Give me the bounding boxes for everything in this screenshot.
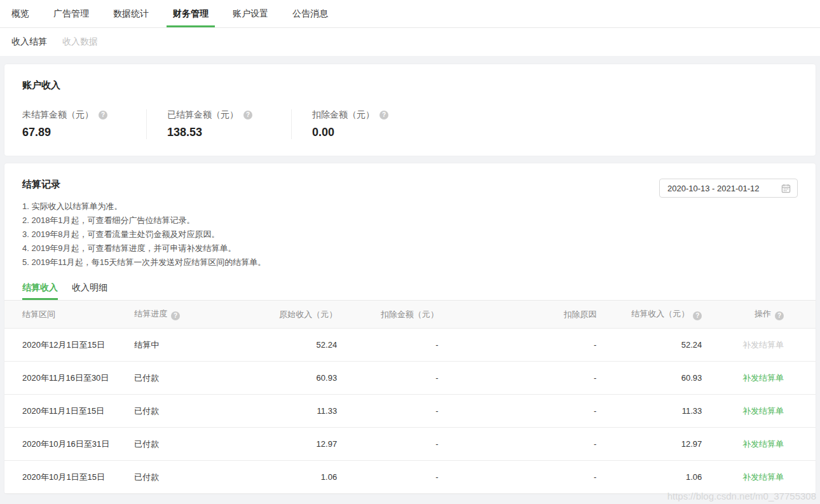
col-header-original-income: 原始收入（元）: [231, 301, 337, 329]
tab-data-statistics[interactable]: 数据统计: [107, 0, 155, 27]
cell-deduction: -: [337, 395, 439, 428]
stat-divider: [146, 109, 147, 139]
col-header-progress: 结算进度?: [134, 301, 231, 329]
cell-settlement-income: 52.24: [596, 329, 702, 362]
note-line: 4. 2019年9月起，可查看结算进度，并可申请补发结算单。: [22, 242, 798, 255]
cell-deduction: -: [337, 428, 439, 461]
help-icon[interactable]: ?: [243, 111, 252, 119]
settlement-tabs: 结算收入 收入明细: [4, 278, 816, 300]
cell-settlement-income: 12.97: [596, 428, 702, 461]
stat-settled: 已结算金额（元） ? 138.53: [167, 109, 271, 139]
table-row: 2020年12月1日至15日 结算中 52.24 - - 52.24 补发结算单: [4, 329, 816, 362]
cell-period: 2020年12月1日至15日: [4, 329, 134, 362]
help-icon[interactable]: ?: [379, 111, 388, 119]
reissue-statement-link[interactable]: 补发结算单: [742, 472, 784, 482]
cell-original-income: 12.97: [231, 428, 337, 461]
cell-deduction-reason: -: [439, 362, 597, 395]
subnav-income-settlement[interactable]: 收入结算: [11, 36, 47, 48]
stat-unsettled: 未结算金额（元） ? 67.89: [22, 109, 126, 139]
cell-period: 2020年11月1日至15日: [4, 395, 134, 428]
col-header-settlement-income: 结算收入（元）?: [596, 301, 702, 329]
tab-account-settings[interactable]: 账户设置: [226, 0, 275, 27]
tab-settlement-income[interactable]: 结算收入: [22, 278, 58, 300]
cell-original-income: 11.33: [231, 395, 337, 428]
cell-progress: 已付款: [134, 428, 231, 461]
account-income-card: 账户收入 未结算金额（元） ? 67.89 已结算金额（元） ? 138.53 …: [4, 64, 816, 156]
top-nav: 概览 广告管理 数据统计 财务管理 账户设置 公告消息: [0, 0, 820, 28]
cell-settlement-income: 11.33: [596, 395, 702, 428]
cell-progress: 结算中: [134, 329, 231, 362]
cell-deduction: -: [337, 461, 439, 494]
table-row: 2020年11月1日至15日 已付款 11.33 - - 11.33 补发结算单: [4, 395, 816, 428]
stat-unsettled-label: 未结算金额（元）: [22, 109, 93, 121]
cell-progress: 已付款: [134, 461, 231, 494]
cell-deduction-reason: -: [439, 428, 597, 461]
cell-deduction-reason: -: [439, 329, 597, 362]
date-range-value: 2020-10-13 - 2021-01-12: [667, 184, 781, 193]
account-income-title: 账户收入: [22, 79, 798, 92]
cell-period: 2020年10月1日至15日: [4, 461, 134, 494]
note-line: 1. 实际收入以结算单为准。: [22, 200, 798, 214]
cell-progress: 已付款: [134, 362, 231, 395]
reissue-statement-link: 补发结算单: [742, 340, 784, 350]
help-icon[interactable]: ?: [693, 311, 702, 320]
cell-original-income: 52.24: [231, 329, 337, 362]
note-line: 3. 2019年8月起，可查看流量主处罚金额及对应原因。: [22, 228, 798, 242]
stat-deducted-label: 扣除金额（元）: [312, 109, 374, 121]
stat-settled-label: 已结算金额（元）: [167, 109, 238, 121]
table-row: 2020年11月16日至30日 已付款 60.93 - - 60.93 补发结算…: [4, 362, 816, 395]
cell-deduction: -: [337, 362, 439, 395]
income-stats: 未结算金额（元） ? 67.89 已结算金额（元） ? 138.53 扣除金额（…: [22, 109, 798, 139]
tab-finance-management[interactable]: 财务管理: [167, 0, 215, 27]
settlement-notes: 1. 实际收入以结算单为准。 2. 2018年1月起，可查看细分广告位结算记录。…: [22, 200, 798, 269]
table-row: 2020年10月1日至15日 已付款 1.06 - - 1.06 补发结算单: [4, 461, 816, 494]
cell-deduction-reason: -: [439, 395, 597, 428]
cell-period: 2020年11月16日至30日: [4, 362, 134, 395]
help-icon[interactable]: ?: [171, 311, 180, 320]
col-header-period: 结算区间: [4, 301, 134, 329]
cell-period: 2020年10月16日至31日: [4, 428, 134, 461]
reissue-statement-link[interactable]: 补发结算单: [742, 439, 784, 449]
help-icon[interactable]: ?: [775, 311, 784, 320]
tab-income-detail[interactable]: 收入明细: [72, 278, 107, 300]
sub-nav: 收入结算 收入数据: [0, 28, 820, 56]
col-header-deduction: 扣除金额（元）: [337, 301, 439, 329]
calendar-icon[interactable]: [781, 184, 791, 193]
reissue-statement-link[interactable]: 补发结算单: [742, 373, 784, 383]
stat-unsettled-value: 67.89: [22, 126, 126, 139]
settlement-records-card: 结算记录 2020-10-13 - 2021-01-12 1. 实际收入以结算单…: [4, 163, 816, 494]
cell-progress: 已付款: [134, 395, 231, 428]
tab-announcements[interactable]: 公告消息: [286, 0, 334, 27]
cell-original-income: 60.93: [231, 362, 337, 395]
note-line: 5. 2019年11月起，每15天结算一次并发送对应结算区间的结算单。: [22, 255, 798, 269]
cell-deduction-reason: -: [439, 461, 597, 494]
settlement-table: 结算区间 结算进度? 原始收入（元） 扣除金额（元） 扣除原因 结算收入（元）?…: [4, 300, 816, 494]
table-row: 2020年10月16日至31日 已付款 12.97 - - 12.97 补发结算…: [4, 428, 816, 461]
reissue-statement-link[interactable]: 补发结算单: [742, 406, 784, 416]
help-icon[interactable]: ?: [99, 111, 107, 119]
settlement-table-body: 2020年12月1日至15日 结算中 52.24 - - 52.24 补发结算单…: [4, 329, 816, 494]
cell-settlement-income: 60.93: [596, 362, 702, 395]
col-header-action: 操作?: [702, 301, 816, 329]
cell-settlement-income: 1.06: [596, 461, 702, 494]
cell-deduction: -: [337, 329, 439, 362]
subnav-income-data[interactable]: 收入数据: [62, 36, 98, 48]
stat-settled-value: 138.53: [167, 126, 271, 139]
tab-ad-management[interactable]: 广告管理: [47, 0, 95, 27]
stat-deducted-value: 0.00: [312, 126, 416, 139]
stat-divider: [291, 109, 292, 139]
cell-original-income: 1.06: [231, 461, 337, 494]
stat-deducted: 扣除金额（元） ? 0.00: [312, 109, 416, 139]
date-range-picker[interactable]: 2020-10-13 - 2021-01-12: [659, 179, 798, 198]
col-header-deduction-reason: 扣除原因: [439, 301, 597, 329]
tab-overview[interactable]: 概览: [5, 0, 36, 27]
note-line: 2. 2018年1月起，可查看细分广告位结算记录。: [22, 214, 798, 228]
table-header-row: 结算区间 结算进度? 原始收入（元） 扣除金额（元） 扣除原因 结算收入（元）?…: [4, 301, 816, 329]
